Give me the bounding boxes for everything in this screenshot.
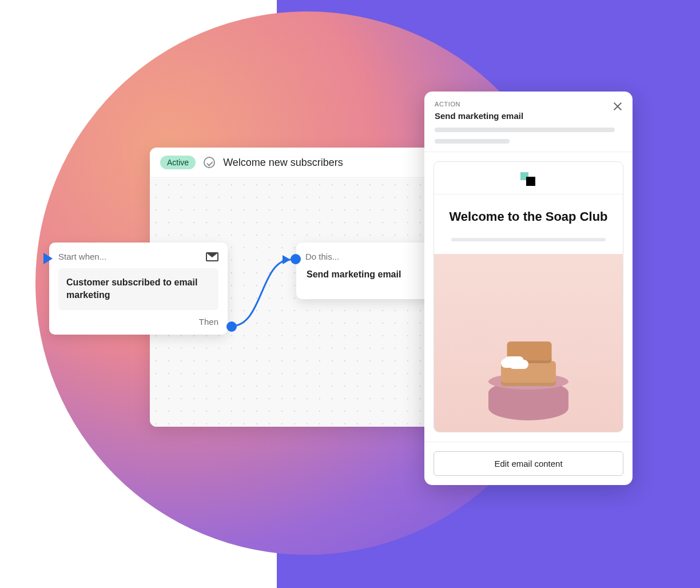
mail-icon xyxy=(206,252,218,261)
close-icon[interactable] xyxy=(611,100,625,113)
email-preview-hero-image xyxy=(434,254,623,432)
checkmark-circle-icon xyxy=(204,157,215,168)
email-preview-title: Welcome to the Soap Club xyxy=(434,194,623,230)
email-preview-card[interactable]: Welcome to the Soap Club xyxy=(433,161,623,432)
then-label: Then xyxy=(199,317,218,327)
trigger-header-label: Start when... xyxy=(58,252,106,261)
skeleton-line xyxy=(435,139,510,144)
action-panel-title: Send marketing email xyxy=(435,111,622,121)
foam-shape xyxy=(501,359,520,368)
action-panel-section-label: ACTION xyxy=(435,101,622,108)
edit-email-content-button[interactable]: Edit email content xyxy=(433,451,623,476)
connector-port-in[interactable] xyxy=(291,254,301,264)
action-panel-header: ACTION Send marketing email xyxy=(424,92,633,152)
start-arrow-icon xyxy=(43,253,53,264)
trigger-node-header: Start when... xyxy=(58,252,218,261)
action-panel: ACTION Send marketing email Welcome to t… xyxy=(424,92,633,485)
email-preview-divider xyxy=(451,238,606,241)
trigger-then-row: Then xyxy=(58,310,218,327)
status-badge: Active xyxy=(160,156,196,169)
connector-arrowhead-icon xyxy=(283,255,291,264)
action-panel-footer: Edit email content xyxy=(424,442,633,485)
trigger-node-body: Customer subscribed to email marketing xyxy=(58,268,218,310)
workflow-title: Welcome new subscribers xyxy=(223,157,343,169)
skeleton-line xyxy=(435,128,615,132)
trigger-node[interactable]: Start when... Customer subscribed to ema… xyxy=(49,243,228,335)
action-header-label: Do this... xyxy=(305,252,339,261)
email-preview-logo-row xyxy=(434,162,623,194)
brand-logo-icon xyxy=(520,172,536,186)
action-panel-body: Welcome to the Soap Club xyxy=(424,152,633,442)
pedestal-shape xyxy=(488,380,568,420)
